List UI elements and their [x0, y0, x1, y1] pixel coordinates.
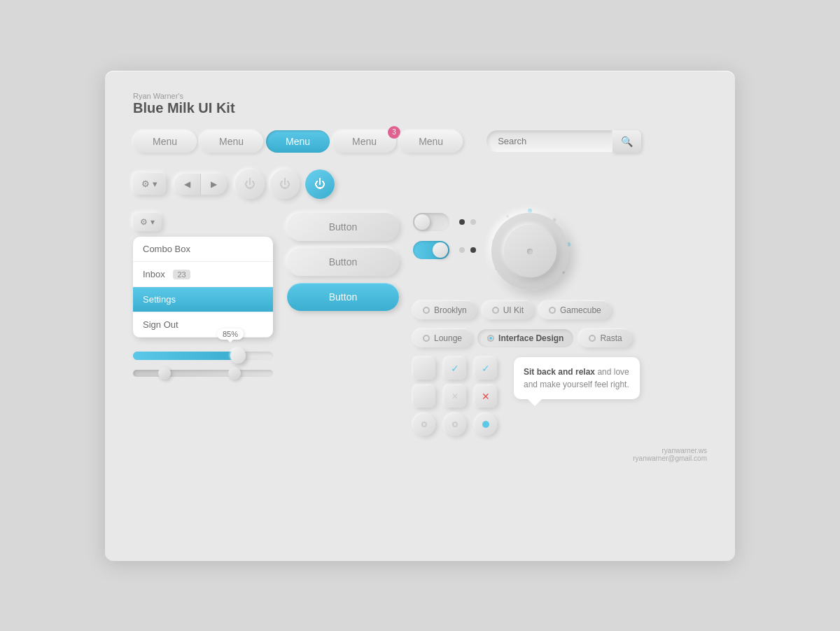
radio-tag-lounge[interactable]: Lounge: [413, 329, 472, 347]
tab-menu-5[interactable]: Menu: [399, 130, 463, 153]
svg-point-4: [506, 215, 509, 218]
button-3[interactable]: Button: [287, 283, 399, 311]
tab-menu-2[interactable]: Menu: [200, 130, 263, 153]
checkbox-empty-1[interactable]: [413, 357, 435, 380]
power-button-2[interactable]: ⏻: [270, 169, 300, 199]
slider-thumb[interactable]: 85%: [230, 348, 246, 363]
checkbox-checked-1[interactable]: ✓: [444, 357, 466, 380]
controls-row: ⚙ ▾ ◀ ▶ ⏻ ⏻ ⏻: [133, 169, 707, 199]
radio-tag-gamecube[interactable]: Gamecube: [539, 301, 611, 319]
toggles-section: [413, 213, 477, 290]
knob-section: [491, 213, 568, 290]
dropdown-item-settings[interactable]: Settings: [133, 287, 273, 312]
radio-dot-empty-2: [452, 422, 458, 427]
range-thumb-left[interactable]: [158, 367, 171, 380]
dropdown-item-signout[interactable]: Sign Out: [133, 312, 273, 338]
toggle-dot-2-left: [459, 247, 465, 253]
radio-circle-interface-design: [487, 335, 494, 342]
knob-outer[interactable]: [491, 213, 568, 290]
range-slider: [133, 370, 273, 377]
footer-email: ryanwarner@gmail.com: [133, 455, 707, 462]
radio-dot-blue: [482, 421, 489, 428]
search-button[interactable]: 🔍: [612, 130, 641, 153]
gear-dropdown-button[interactable]: ⚙ ▾: [133, 173, 166, 195]
search-input[interactable]: [486, 130, 612, 152]
mid-column: Button Button Button: [287, 213, 399, 436]
radio-tags-row-2: Lounge Interface Design Rasta: [413, 329, 707, 347]
tab-menu-3[interactable]: Menu: [266, 130, 330, 153]
radio-dot-empty-1: [421, 422, 427, 427]
right-column: Brooklyn UI Kit Gamecube Lounge: [413, 213, 707, 436]
tab-menu-4[interactable]: Menu 3: [332, 130, 396, 153]
left-column: ⚙ ▾ Combo Box Inbox 23 Settings Sign Out: [133, 213, 273, 436]
radio-tag-interface-design-label: Interface Design: [498, 333, 564, 343]
power-button-1[interactable]: ⏻: [235, 169, 265, 199]
nav-arrows: ◀ ▶: [174, 174, 227, 195]
radio-circle-uikit: [492, 307, 499, 314]
radio-tag-interface-design[interactable]: Interface Design: [477, 329, 573, 347]
checkbox-checked-2[interactable]: ✓: [475, 357, 497, 380]
slider-area: 85%: [133, 352, 273, 377]
radio-tag-uikit-label: UI Kit: [503, 305, 524, 315]
checkboxes-grid: ✓ ✓ ✕ ✕: [413, 357, 500, 436]
next-button[interactable]: ▶: [201, 174, 227, 195]
radio-tag-lounge-label: Lounge: [434, 333, 462, 343]
title-area: Ryan Warner's Blue Milk UI Kit: [133, 92, 707, 116]
slider-fill: [133, 352, 238, 360]
gear-mini-button[interactable]: ⚙ ▾: [133, 213, 162, 231]
range-thumb-right[interactable]: [228, 367, 241, 380]
knob-center-dot: [527, 249, 533, 254]
progress-slider: 85%: [133, 352, 273, 360]
radio-item-1[interactable]: [413, 413, 435, 436]
inbox-badge: 23: [173, 270, 190, 279]
tab-menu-1[interactable]: Menu: [133, 130, 197, 153]
tab-badge: 3: [388, 126, 400, 139]
radio-tag-rasta[interactable]: Rasta: [579, 329, 631, 347]
prev-button[interactable]: ◀: [174, 174, 201, 195]
dropdown-menu: Combo Box Inbox 23 Settings Sign Out: [133, 237, 273, 338]
radio-tag-gamecube-label: Gamecube: [560, 305, 601, 315]
kit-title: Blue Milk UI Kit: [133, 100, 707, 116]
radio-item-3[interactable]: [475, 413, 497, 436]
footer: ryanwarner.ws ryanwarner@gmail.com: [133, 447, 707, 462]
tooltip-box: Sit back and relax and love and make you…: [514, 357, 640, 399]
dropdown-item-inbox[interactable]: Inbox 23: [133, 262, 273, 287]
power-button-3[interactable]: ⏻: [305, 169, 335, 199]
radio-tag-brooklyn[interactable]: Brooklyn: [413, 301, 477, 319]
radio-circle-rasta: [589, 335, 596, 342]
chevron-mini-icon: ▾: [150, 217, 155, 227]
button-group: Button Button Button: [287, 213, 399, 311]
main-layout: ⚙ ▾ Combo Box Inbox 23 Settings Sign Out: [133, 213, 707, 436]
radio-tag-rasta-label: Rasta: [600, 333, 622, 343]
toggle-2[interactable]: [413, 241, 449, 259]
button-2[interactable]: Button: [287, 248, 399, 276]
radio-circle-brooklyn: [423, 307, 430, 314]
radio-circle-lounge: [423, 335, 430, 342]
radio-tags-row-1: Brooklyn UI Kit Gamecube: [413, 301, 707, 319]
radio-circle-gamecube: [549, 307, 556, 314]
checkbox-x-red[interactable]: ✕: [475, 385, 497, 408]
search-box: 🔍: [486, 130, 641, 153]
main-card: Ryan Warner's Blue Milk UI Kit Menu Menu…: [105, 71, 735, 561]
knob-inner: [504, 225, 556, 277]
svg-point-0: [528, 209, 532, 213]
gear-icon: ⚙: [141, 179, 150, 189]
toggle-1-knob: [414, 214, 430, 230]
nav-tabs-row: Menu Menu Menu Menu 3 Menu 🔍: [133, 130, 707, 153]
checkbox-empty-2[interactable]: [413, 385, 435, 408]
toggle-dot-2-right: [470, 247, 476, 253]
slider-track: 85%: [133, 352, 273, 360]
chevron-down-icon: ▾: [153, 179, 158, 189]
button-1[interactable]: Button: [287, 213, 399, 241]
gear-mini-icon: ⚙: [140, 217, 148, 227]
toggle-2-knob: [433, 242, 448, 258]
toggle-1[interactable]: [413, 213, 449, 231]
toggle-dot-1-left: [459, 219, 465, 225]
dropdown-item-combobox[interactable]: Combo Box: [133, 237, 273, 262]
toggle-row-1: [413, 213, 477, 231]
slider-label: 85%: [217, 328, 244, 340]
radio-item-2[interactable]: [444, 413, 466, 436]
checkbox-x-empty[interactable]: ✕: [444, 385, 466, 408]
radio-tag-uikit[interactable]: UI Kit: [482, 301, 533, 319]
toggle-row-2: [413, 241, 477, 259]
